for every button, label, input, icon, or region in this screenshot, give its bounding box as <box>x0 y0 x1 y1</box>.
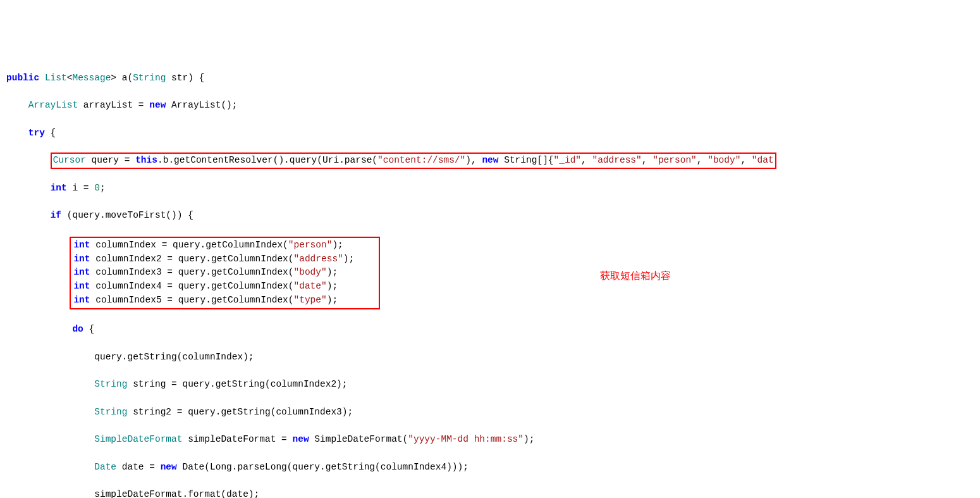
keyword: int <box>73 254 90 264</box>
type: List <box>45 73 67 83</box>
punct: ) <box>188 73 193 83</box>
string-literal: "dat <box>752 155 774 165</box>
type: ArrayList <box>28 100 78 110</box>
code-line: simpleDateFormat.format(date); <box>6 488 974 498</box>
punct: ; <box>100 183 106 193</box>
code-line: SimpleDateFormat simpleDateFormat = new … <box>6 433 974 447</box>
string-literal: "body" <box>707 155 740 165</box>
keyword: int <box>73 281 90 291</box>
type: SimpleDateFormat <box>94 434 182 444</box>
code-line: query.getString(columnIndex); <box>6 351 974 364</box>
text: SimpleDateFormat( <box>309 434 408 444</box>
indent <box>6 324 72 334</box>
string-literal: "type" <box>293 295 326 305</box>
punct: ); <box>327 281 338 291</box>
type: String <box>94 407 127 417</box>
string-literal: "address" <box>592 155 641 165</box>
type: Message <box>72 73 111 83</box>
code-line: do { <box>6 323 974 337</box>
method: parse <box>345 155 372 165</box>
keyword: new <box>482 155 498 165</box>
code-line: String string2 = query.getString(columnI… <box>6 406 974 420</box>
text: query.getString(columnIndex); <box>6 352 254 362</box>
punct: ); <box>332 240 343 250</box>
annotation-label: 获取短信箱内容 <box>600 268 671 283</box>
keyword: if <box>51 210 61 220</box>
number: 0 <box>94 183 100 193</box>
code-line: ArrayList arrayList = new ArrayList(); <box>6 99 974 113</box>
keyword: new <box>149 100 166 110</box>
indent <box>6 407 94 417</box>
text: arrayList = <box>78 100 149 110</box>
type: Cursor <box>53 155 86 165</box>
text: .b.getContentResolver().query(Uri. <box>157 155 345 165</box>
method-name: a <box>116 73 127 83</box>
param: str <box>166 73 188 83</box>
keyword: int <box>51 183 67 193</box>
keyword: int <box>73 267 90 277</box>
punct: > <box>111 73 116 83</box>
punct: ( <box>372 155 377 165</box>
indent <box>6 462 94 472</box>
text: columnIndex3 = query.getColumnIndex( <box>90 267 294 277</box>
string-literal: "content://sms/" <box>377 155 465 165</box>
keyword: int <box>73 295 90 305</box>
punct: ), <box>465 155 482 165</box>
code-line: int i = 0; <box>6 182 974 196</box>
text: ArrayList(); <box>166 100 237 110</box>
string-literal: "person" <box>652 155 697 165</box>
indent <box>6 155 51 165</box>
punct: , <box>581 155 592 165</box>
text: String[]{ <box>499 155 554 165</box>
code-line: String string = query.getString(columnIn… <box>6 378 974 392</box>
indent <box>6 183 51 193</box>
keyword: new <box>293 434 309 444</box>
indent <box>6 100 28 110</box>
punct: ); <box>327 267 338 277</box>
text: simpleDateFormat = <box>182 434 292 444</box>
keyword: public <box>6 73 39 83</box>
string-literal: "address" <box>293 254 343 264</box>
keyword: this <box>135 155 157 165</box>
text: i = <box>67 183 95 193</box>
type: String <box>94 379 127 389</box>
punct: ); <box>343 254 354 264</box>
indent <box>6 434 94 444</box>
text: columnIndex2 = query.getColumnIndex( <box>90 254 294 264</box>
code-line: int columnIndex = query.getColumnIndex("… <box>6 237 974 309</box>
text: query = <box>86 155 135 165</box>
text: string = query.getString(columnIndex2); <box>127 379 347 389</box>
type: String <box>133 73 166 83</box>
highlight-box-1: Cursor query = this.b.getContentResolver… <box>51 153 776 169</box>
code-block: public List<Message> a(String str) { Arr… <box>6 58 974 498</box>
string-literal: "date" <box>293 281 326 291</box>
text: simpleDateFormat.format(date); <box>6 489 259 498</box>
punct: ); <box>327 295 338 305</box>
text: columnIndex = query.getColumnIndex( <box>90 240 288 250</box>
text: columnIndex5 = query.getColumnIndex( <box>90 295 294 305</box>
punct: { <box>45 128 56 138</box>
string-literal: "_id" <box>554 155 582 165</box>
text: columnIndex4 = query.getColumnIndex( <box>90 281 294 291</box>
keyword: new <box>161 462 177 472</box>
keyword: try <box>28 128 45 138</box>
punct: { <box>83 324 94 334</box>
punct: , <box>642 155 652 165</box>
code-line: try { <box>6 127 974 140</box>
text: (query.moveToFirst()) { <box>61 210 193 220</box>
code-line: if (query.moveToFirst()) { <box>6 209 974 223</box>
text: date = <box>116 462 161 472</box>
string-literal: "person" <box>288 240 333 250</box>
text: (query.getString(columnIndex4))); <box>287 462 469 472</box>
highlight-box-2: int columnIndex = query.getColumnIndex("… <box>70 237 380 309</box>
punct: ); <box>524 434 534 444</box>
text: string2 = query.getString(columnIndex3); <box>127 407 353 417</box>
text: Date(Long. <box>177 462 238 472</box>
code-line: public List<Message> a(String str) { <box>6 72 974 85</box>
indent <box>6 128 28 138</box>
indent <box>6 210 51 220</box>
punct: , <box>740 155 751 165</box>
punct: { <box>193 73 204 83</box>
keyword: do <box>72 324 83 334</box>
method: parseLong <box>238 462 287 472</box>
